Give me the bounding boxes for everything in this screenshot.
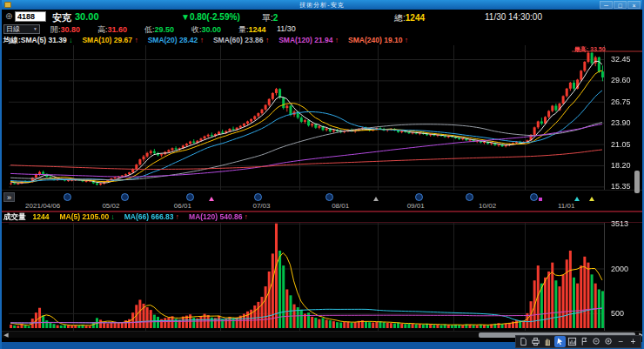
single-volume: 單:2 — [262, 12, 278, 24]
trend-arrow-icon: ↓ — [69, 36, 72, 44]
trend-arrow-icon: ↑ — [265, 36, 269, 44]
volume-pane-header: 成交量 1244 MA(5) 2105.00 ↓MA(66) 666.83 ↑M… — [3, 212, 258, 222]
x-axis-date-label: 05/02 — [102, 202, 119, 210]
open-value: 30.80 — [61, 25, 81, 34]
scroll-left-arrow[interactable]: ◀ — [2, 332, 10, 339]
zoom-out-icon[interactable] — [591, 336, 602, 347]
price-axis-label: 21.05 — [611, 140, 631, 149]
trend-arrow-icon: ↓ — [111, 212, 114, 221]
chevron-down-icon: ▼ — [33, 25, 37, 33]
price-axis-label: 18.20 — [611, 161, 631, 170]
sma-legend-item: SMA(20) 28.42 ↑ — [148, 36, 204, 45]
calendar-event-circle-icon[interactable] — [121, 193, 129, 201]
volume-ma-legend-item: MA(5) 2105.00 ↓ — [59, 212, 114, 222]
print-icon[interactable] — [530, 336, 541, 347]
close-button[interactable]: × — [627, 1, 641, 9]
increase-bars-icon[interactable]: + — [627, 336, 639, 347]
high-field: 高:31.60 — [97, 24, 127, 36]
flag-annotation-icon[interactable] — [579, 336, 590, 347]
low-label: 低: — [144, 25, 155, 34]
high-value: 31.60 — [108, 25, 128, 34]
volume-ma-legend-item: MA(66) 666.83 ↑ — [124, 212, 179, 222]
stock-name: 安克 — [52, 11, 71, 24]
single-volume-label: 單: — [262, 13, 273, 23]
close-field: 收:30.00 — [191, 24, 221, 36]
square-event-marker-icon[interactable] — [539, 198, 542, 201]
bar-date: 11/30 — [277, 24, 296, 33]
decrease-bars-icon[interactable]: − — [615, 336, 627, 347]
total-volume-value: 1244 — [406, 13, 425, 23]
x-axis-date-label: 09/01 — [407, 202, 425, 210]
calendar-event-circle-icon[interactable] — [325, 193, 333, 201]
price-chart-canvas[interactable] — [2, 45, 644, 190]
pan-hand-icon[interactable] — [542, 336, 553, 347]
high-label: 高: — [97, 25, 108, 34]
window-controls: ─ □ × — [600, 1, 641, 9]
quote-datetime: 11/30 14:30:00 — [485, 12, 542, 22]
period-dropdown[interactable]: 日線 ▼ — [3, 24, 40, 34]
volume-pane-title: 成交量 — [3, 212, 26, 222]
total-volume-label: 總: — [394, 13, 406, 23]
price-axis-label: 32.45 — [611, 55, 631, 64]
last-price: 30.00 — [75, 11, 99, 22]
sma-legend-item: SMA(120) 21.94 ↑ — [278, 36, 339, 45]
volume-field: 量:1244 — [238, 24, 266, 36]
low-value: 29.50 — [155, 25, 175, 34]
quote-bar: ⊕ 安克 30.00 ▼0.80(-2.59%) 單:2 總:1244 11/3… — [2, 10, 642, 24]
zoom-in-icon[interactable] — [603, 336, 614, 347]
technical-analysis-window: 技術分析-安克 ─ □ × ⊕ 安克 30.00 ▼0.80(-2.59%) 單… — [0, 0, 644, 349]
trend-arrow-icon: ↑ — [176, 212, 179, 221]
price-change: ▼0.80(-2.59%) — [181, 12, 240, 22]
price-axis-label: 26.75 — [611, 97, 631, 106]
add-symbol-icon[interactable]: ⊕ — [5, 11, 12, 21]
trend-arrow-icon: ↑ — [200, 36, 204, 44]
period-dropdown-value: 日線 — [6, 25, 20, 33]
close-label: 收: — [191, 25, 202, 34]
vertical-scrollbar-thumb[interactable] — [634, 171, 640, 193]
window-title: 技術分析-安克 — [2, 1, 642, 10]
price-axis-label: 29.60 — [611, 76, 631, 84]
x-axis-date-label: 07/03 — [252, 202, 270, 210]
calendar-event-circle-icon[interactable] — [530, 193, 538, 201]
chart-toolbar: −+ — [515, 335, 641, 348]
volume-label: 量: — [238, 25, 249, 34]
x-axis-strip: » 2021/04/0605/0206/0107/0308/0109/0110/… — [2, 190, 642, 211]
calendar-event-circle-icon[interactable] — [186, 193, 194, 201]
open-label: 開: — [50, 25, 61, 34]
maximize-button[interactable]: □ — [614, 1, 627, 9]
triangle-event-marker-icon[interactable] — [373, 197, 379, 201]
single-volume-value: 2 — [273, 13, 278, 23]
triangle-event-marker-icon[interactable] — [574, 197, 580, 201]
x-axis-date-label: 10/02 — [479, 202, 496, 210]
volume-chart-canvas[interactable] — [2, 223, 644, 331]
sma-legend-item: SMA(60) 23.86 ↑ — [213, 36, 269, 45]
trend-arrow-icon: ↑ — [245, 212, 248, 221]
x-axis-date-label: 06/01 — [174, 202, 191, 210]
cursor-icon[interactable] — [554, 336, 566, 347]
stock-code-input[interactable] — [15, 11, 46, 22]
calendar-event-circle-icon[interactable] — [64, 193, 71, 201]
minimize-button[interactable]: ─ — [600, 1, 613, 9]
new-document-icon[interactable] — [518, 336, 529, 347]
sma-legend-item: SMA(5) 31.39 ↓ — [21, 36, 73, 45]
total-volume: 總:1244 — [394, 12, 425, 24]
calendar-event-circle-icon[interactable] — [466, 193, 473, 201]
price-axis-label: 23.90 — [611, 118, 631, 127]
volume-axis-label: 2000 — [611, 265, 628, 273]
volume-ma-legend: MA(5) 2105.00 ↓MA(66) 666.83 ↑MA(120) 54… — [59, 212, 258, 222]
triangle-event-marker-icon[interactable] — [209, 197, 214, 201]
chart-box-icon[interactable] — [567, 336, 578, 347]
calendar-event-circle-icon[interactable] — [254, 193, 262, 201]
volume-value: 1244 — [249, 25, 266, 34]
high-marker-label: 最高: 33.50 — [574, 45, 606, 54]
sma-legend-item: SMA(10) 29.67 ↑ — [82, 36, 138, 45]
ohlc-bar: 日線 ▼ 開:30.80 高:31.60 低:29.50 收:30.00 量:1… — [2, 24, 642, 35]
trend-arrow-icon: ↑ — [134, 36, 138, 44]
expand-panel-button[interactable]: » — [3, 192, 15, 202]
calendar-event-circle-icon[interactable] — [415, 193, 423, 201]
sma-legend-prefix: 均線: — [3, 36, 21, 45]
close-value: 30.00 — [202, 25, 222, 34]
open-field: 開:30.80 — [50, 24, 80, 36]
triangle-event-marker-icon[interactable] — [589, 197, 594, 201]
low-field: 低:29.50 — [144, 24, 174, 36]
